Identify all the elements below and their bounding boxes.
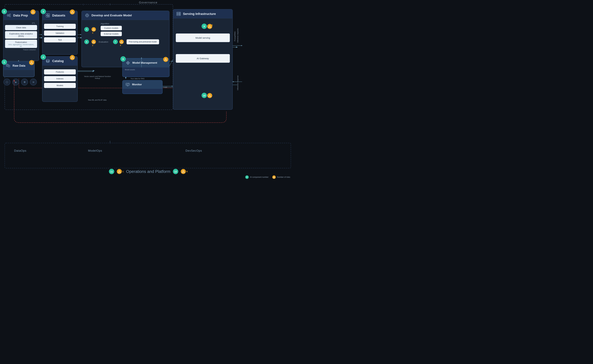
custom-models-box: Custom models: [101, 26, 122, 30]
svg-point-35: [33, 13, 33, 13]
legend-component: # AI component number: [245, 176, 268, 179]
badge-3: 3: [40, 9, 46, 14]
etl-label: ETL: [5, 21, 37, 24]
catalog-panel: Catalog Features Indexes Models: [42, 56, 78, 102]
connector-2: ◈: [12, 78, 19, 85]
serving-icon: [176, 11, 182, 17]
features-box: Features: [44, 69, 76, 74]
develop-icon: [84, 13, 90, 18]
svg-rect-78: [177, 15, 181, 16]
monitor-panel: Monitor: [122, 80, 163, 94]
svg-rect-2: [5, 143, 291, 168]
catalog-title: Catalog: [52, 59, 64, 63]
model-mgmt-icon: [125, 60, 131, 66]
warning-bottom-6: [181, 169, 186, 174]
svg-rect-37: [48, 14, 50, 15]
feature-extraction-label: Feature extraction: [5, 49, 37, 51]
svg-rect-38: [46, 16, 48, 17]
warning-dev-4a: [91, 27, 96, 32]
svg-rect-77: [177, 13, 181, 14]
inference-response-label: Inference response: [237, 75, 239, 90]
svg-rect-76: [177, 12, 181, 13]
model-management-panel: Model Management Model assets: [122, 58, 169, 77]
badge-5-inner: 5: [84, 27, 89, 32]
model-assets-label: Model assets: [125, 69, 135, 71]
algorithm-label: Algorithm: [101, 22, 122, 25]
svg-point-31: [10, 15, 10, 16]
data-prep-title: Data Prep: [13, 14, 28, 17]
svg-point-26: [8, 15, 8, 16]
legend-risks-label: Number of risks: [277, 176, 290, 178]
ai-gateway-box: AI Gateway: [176, 54, 230, 63]
badge-10: 10: [202, 93, 207, 98]
connector-icons: ⬡ ◈ ❋ ≋: [3, 78, 37, 85]
datasets-icon: [45, 13, 51, 18]
data-prep-panel: Data Prep ETL Clean data Exploratory dat…: [3, 11, 39, 61]
legend-risks: Number of risks: [272, 176, 290, 179]
indexes-box: Indexes: [44, 76, 76, 81]
svg-point-48: [72, 58, 72, 58]
badge-7-inner: 7: [113, 39, 118, 44]
operations-platform-label: Operations and Platform: [126, 169, 170, 174]
badge-1: 1: [2, 59, 7, 65]
badge-11: 11: [109, 169, 114, 174]
warning-catalog-num: 2: [73, 55, 74, 57]
warning-serving-5-num: 5: [210, 93, 211, 95]
prompt-rag-label: Prompt/RAG: [234, 32, 236, 41]
training-box: Training: [44, 24, 76, 29]
svg-rect-36: [46, 14, 48, 15]
governance-label: Governance: [139, 1, 157, 4]
inference-requests-label: Inference requests: [237, 28, 239, 43]
svg-point-87: [209, 96, 210, 97]
model-serving-box: Model serving: [176, 33, 230, 42]
data-prep-icon: [6, 13, 12, 18]
warning-dev-2: [91, 40, 96, 44]
svg-point-72: [166, 60, 166, 60]
svg-point-90: [119, 172, 119, 172]
featurization-box: Featurization Joins, aggregations, trans…: [5, 40, 37, 48]
svg-point-80: [180, 14, 180, 14]
warning-datasets-num: 3: [73, 9, 74, 12]
warning-data-prep-num: 4: [34, 9, 35, 12]
dataops-label: DataOps: [14, 149, 26, 152]
warning-bottom-1: [117, 169, 122, 174]
models-box: Models: [44, 83, 76, 88]
test-box: Test: [44, 37, 76, 42]
validation-box: Validation: [44, 31, 76, 36]
connector-3: ❋: [21, 78, 28, 85]
fine-tuning-box: Fine-tuning and pretrained model: [127, 39, 159, 44]
warning-raw-data-num: 10: [32, 60, 34, 62]
datasets-panel: Datasets Training Validation Test: [42, 11, 78, 55]
svg-point-84: [209, 27, 210, 27]
evaluation-label: Evaluation: [99, 41, 108, 43]
badge-6-inner: 6: [84, 39, 89, 44]
svg-point-24: [32, 63, 32, 64]
devsecops-label: DevSecOps: [186, 149, 202, 152]
svg-point-79: [180, 13, 180, 13]
badge-12: 12: [173, 169, 178, 174]
risk-6-label: 6: [186, 170, 188, 173]
legend: # AI component number Number of risks: [245, 176, 290, 179]
clean-data-box: Clean data: [5, 25, 37, 30]
svg-point-65: [128, 62, 128, 63]
badge-2: 2: [2, 9, 7, 14]
external-models-box: External models: [101, 32, 122, 36]
warning-serving-10-num: 10: [210, 24, 213, 26]
risk-1-label: 1: [123, 170, 124, 173]
warning-model-mgmt-num: 4: [166, 57, 167, 59]
raw-data-title: Raw Data: [13, 64, 25, 67]
svg-point-81: [180, 15, 180, 15]
svg-rect-20: [8, 65, 10, 67]
develop-title: Develop and Evaluate Model: [91, 14, 132, 17]
connector-4: ≋: [30, 78, 37, 85]
monitor-icon: [125, 82, 130, 87]
featurization-sub: Joins, aggregations, transformations, et…: [7, 44, 35, 47]
vector-search-label: Vector search and feature/ function look…: [83, 75, 112, 79]
your-data-rag-label: Your data for RAG: [130, 78, 144, 79]
svg-point-32: [10, 16, 10, 17]
datasets-title: Datasets: [52, 14, 65, 17]
svg-point-30: [10, 14, 10, 14]
svg-point-45: [46, 59, 49, 61]
eda-box: Exploratory data analytics (EDA): [5, 31, 37, 39]
monitor-title: Monitor: [132, 83, 142, 86]
